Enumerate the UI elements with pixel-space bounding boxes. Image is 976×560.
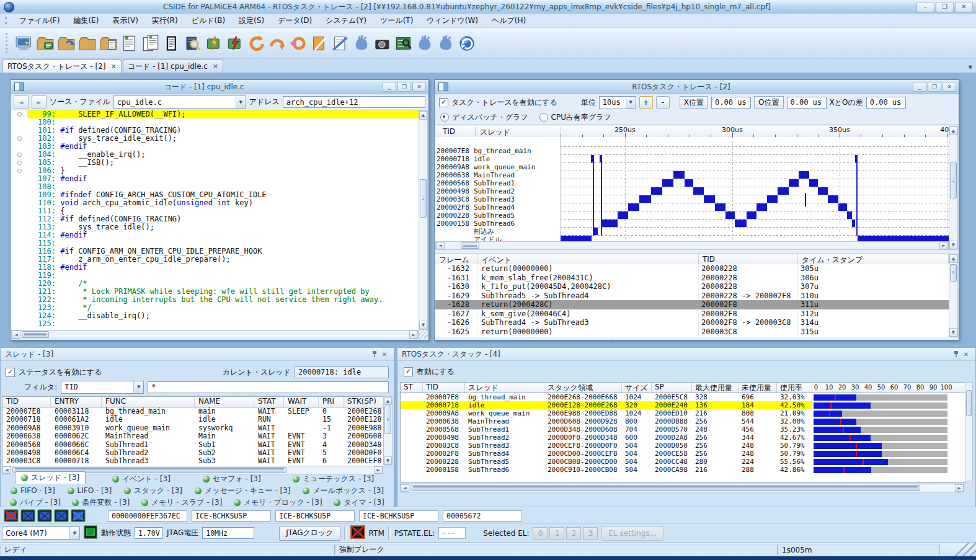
dispatch-graph-radio[interactable]: ディスパッチ・グラフ <box>440 112 528 123</box>
scroll-left-icon[interactable]: ◄ <box>12 331 20 339</box>
stack-row[interactable]: 20000718idle2000E128-2000E2683202000E240… <box>401 401 965 409</box>
stack-row[interactable]: 20000498SubThread22000D0F0-2000D34860020… <box>401 433 965 442</box>
stack-row[interactable]: 20000228SubThread52000CB08-2000CD0050420… <box>401 458 965 466</box>
code-vscrollbar[interactable]: ▲ ▼ <box>419 110 428 330</box>
scroll-up-icon[interactable]: ▲ <box>419 111 427 120</box>
code-line[interactable]: 118: #endif <box>11 264 419 272</box>
thread-row[interactable]: 200005680000066CSubThread1Sub1WAITEVNT42… <box>2 441 384 449</box>
trace-segment[interactable] <box>847 211 853 219</box>
stack-col-header[interactable]: 使用率 <box>777 383 812 393</box>
trace-segment[interactable] <box>704 195 714 203</box>
stack-hscrollbar[interactable]: ◄ ► <box>400 484 964 492</box>
code-line[interactable]: 107: #endif <box>11 175 419 183</box>
release-hand-icon[interactable] <box>435 32 456 55</box>
breakpoint-gutter[interactable] <box>11 272 27 280</box>
pin-icon[interactable] <box>951 350 961 358</box>
hscroll-thumb[interactable] <box>461 242 479 249</box>
event-row[interactable]: -1628return(2000428C)200002F8311u <box>435 300 949 309</box>
stack-col-header[interactable]: スレッド <box>465 383 544 393</box>
status-enable-checkbox[interactable]: ✓ <box>6 368 15 377</box>
object-tab[interactable]: スタック - [3] <box>118 486 188 496</box>
breakpoint-gutter[interactable] <box>11 296 27 304</box>
trace-doc-icon[interactable] <box>330 32 351 55</box>
document-tab[interactable]: RTOSタスク・トレース - [2]✕ <box>2 60 122 73</box>
object-tab[interactable]: スレッド - [3] <box>15 471 86 484</box>
menu-item[interactable]: 設定(S) <box>232 14 271 28</box>
source-list-icon[interactable] <box>119 32 140 55</box>
stack-col-header[interactable]: 最大使用量 <box>692 383 739 393</box>
event-row[interactable]: -1632return(00000000)20000228305u <box>435 264 949 273</box>
source-file-combo[interactable]: cpu_idle.c ▼ <box>113 96 246 109</box>
breakpoint-gutter[interactable] <box>11 215 27 223</box>
trace-segment[interactable] <box>799 171 809 179</box>
break-hand-icon[interactable] <box>351 32 372 55</box>
scroll-down-icon[interactable]: ▼ <box>419 321 427 329</box>
stack-col-header[interactable]: SP <box>652 383 692 393</box>
vscroll-thumb[interactable] <box>384 406 391 434</box>
stack-row[interactable]: 200003C8SubThread32000CEF8-2000D0F050420… <box>401 442 965 450</box>
hold-hand-icon[interactable] <box>414 32 435 55</box>
hscroll-thumb[interactable] <box>22 331 49 338</box>
object-tab[interactable]: 条件変数 - [3] <box>66 497 135 507</box>
core-status1-icon[interactable] <box>20 509 35 522</box>
pin-icon[interactable] <box>370 350 379 358</box>
object-tab[interactable]: タイマ - [3] <box>328 497 390 507</box>
breakpoint-gutter[interactable] <box>11 167 27 175</box>
trace-cursor[interactable] <box>805 193 806 207</box>
event-row[interactable]: -1625return(00000000)200003C8315u <box>435 327 949 337</box>
thread-col-header[interactable]: WAIT <box>284 397 319 407</box>
object-tab[interactable]: パイプ - [3] <box>4 497 66 507</box>
trace-segment[interactable] <box>685 179 694 187</box>
breakpoint-gutter[interactable] <box>11 135 27 143</box>
code-line[interactable]: 105: __ISB(); <box>11 159 419 167</box>
code-window-titlebar[interactable]: コード - [1] cpu_idle.c _ ❐ ✕ <box>11 80 428 94</box>
graph-hscrollbar[interactable]: ◄ ► <box>435 241 949 250</box>
code-line[interactable]: 124: __disable_irq(); <box>11 312 419 320</box>
breakpoint-gutter[interactable] <box>11 110 27 118</box>
event-row[interactable]: -1626SubThread4 -> SubThread3200002F8 ->… <box>435 318 949 327</box>
breakpoint-gutter[interactable] <box>11 288 27 296</box>
core-select-combo[interactable]: Core4 (M7) ▼ <box>2 527 80 540</box>
step-return-icon[interactable] <box>288 32 309 55</box>
minimize-button[interactable]: – <box>916 2 934 12</box>
refresh-icon[interactable] <box>456 32 477 55</box>
memo-pad-icon[interactable] <box>161 32 182 55</box>
breakpoint-gutter[interactable] <box>11 239 27 247</box>
step-over-icon[interactable] <box>267 32 288 55</box>
trace-segment[interactable] <box>600 155 602 162</box>
tab-close-icon[interactable]: ✕ <box>111 63 117 71</box>
stack-col-header[interactable]: ST <box>401 383 423 393</box>
nav-forward-button[interactable]: ► <box>32 96 47 109</box>
folder-open-icon[interactable] <box>77 32 98 55</box>
stack-row[interactable]: 200007E8bg_thread_main2000E268-2000E6681… <box>401 393 965 401</box>
thread-row[interactable]: 20000498000006C4SubThread2Sub2WAITEVNT52… <box>2 449 384 457</box>
chevron-down-icon[interactable]: ▼ <box>133 381 143 393</box>
vscroll-thumb[interactable] <box>966 390 972 416</box>
event-row[interactable]: -1624k_event_set(20004710,00000001)20000… <box>435 336 949 337</box>
chevron-down-icon[interactable]: ▼ <box>69 527 79 539</box>
menu-item[interactable]: システム(Y) <box>319 14 373 28</box>
trace-segment[interactable] <box>756 203 767 211</box>
trace-segment[interactable] <box>789 179 799 187</box>
object-tab[interactable]: セマフォ - [3] <box>197 474 267 484</box>
scroll-up-icon[interactable]: ▲ <box>949 254 957 263</box>
event-row[interactable]: -1627k_sem_give(200046C4)200002F8312u <box>435 309 949 319</box>
object-tab[interactable]: メモリ・ブロック - [3] <box>228 497 328 507</box>
zoom-out-button[interactable]: - <box>656 96 670 109</box>
event-table[interactable]: -1632return(00000000)20000228305u-1631k_… <box>435 264 949 337</box>
trace-segment[interactable] <box>602 220 618 227</box>
trace-segment[interactable] <box>838 203 847 211</box>
breakpoint-gutter[interactable] <box>11 183 27 191</box>
download-stop-icon[interactable] <box>224 32 246 55</box>
breakpoint-gutter[interactable] <box>11 264 27 272</box>
vscroll-thumb[interactable] <box>950 162 957 198</box>
trace-segment[interactable] <box>693 187 704 195</box>
thread-row[interactable]: 200007E800003118bg_thread_mainmainWAITSL… <box>2 407 384 416</box>
stack-row[interactable]: 200009A8work_queue_main2000E988-2000ED88… <box>401 409 965 417</box>
event-col-header[interactable]: イベント <box>477 254 699 265</box>
menu-item[interactable]: ヘルプ(H) <box>485 14 533 28</box>
trace-enable-checkbox[interactable]: ✓ <box>439 98 448 107</box>
stack-panel-titlebar[interactable]: RTOSタスク・スタック - [4] ✕ <box>397 348 975 361</box>
breakpoint-gutter[interactable] <box>11 127 27 135</box>
x-position-button[interactable]: X位置 <box>680 96 708 109</box>
